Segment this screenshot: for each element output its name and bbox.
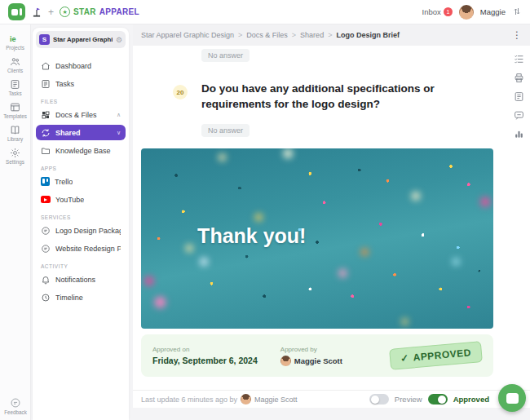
rail-item-projects[interactable]: ie Projects [0,30,31,53]
rail-item-tasks[interactable]: Tasks [0,76,31,99]
index-checklist-icon[interactable] [514,54,524,64]
rail-item-library[interactable]: Library [0,122,31,144]
section-label-activity: ACTIVITY [36,263,126,269]
sidebar-item-label: Website Redesign Package... [55,245,121,253]
feedback-icon [10,397,21,409]
section-label-files: FILES [36,99,126,104]
breadcrumb: Star Apparel Graphic Design > Docs & Fil… [133,24,530,46]
print-icon[interactable] [514,73,524,83]
main-content: Star Apparel Graphic Design > Docs & Fil… [133,24,530,408]
approved-on-block: Approved on Friday, September 6, 2024 [152,346,258,365]
home-icon [41,61,51,71]
right-tool-strip [514,54,524,139]
rail-label: Tasks [8,91,21,96]
clipboard-icon [41,79,51,89]
notes-icon[interactable] [514,91,524,102]
breadcrumb-item[interactable]: Shared [300,31,324,39]
last-update-text: Last update 6 minutes ago by [141,396,237,404]
sidebar-item-timeline[interactable]: Timeline [36,290,126,305]
settings-gear-icon [10,148,20,158]
approved-on-date: Friday, September 6, 2024 [152,356,258,365]
add-workspace-button[interactable]: + [48,7,54,17]
brand-name-first: STAR [73,7,96,16]
brand-name-second: APPAREL [99,7,139,16]
rail-label: Projects [6,45,24,51]
star-icon: ★ [60,7,70,17]
user-avatar[interactable] [459,5,474,20]
project-switcher[interactable]: S Star Apparel Graphic De... ⚙ [36,31,126,48]
rail-label: Clients [7,68,23,73]
answer-pill: No answer [201,124,250,137]
rail-label: Library [7,136,23,142]
project-settings-gear-icon[interactable]: ⚙ [116,36,122,44]
sidebar-item-tasks[interactable]: Tasks [36,76,126,91]
tasks-icon [10,79,20,90]
approval-card: Approved on Friday, September 6, 2024 Ap… [141,334,493,377]
svg-text:ie: ie [10,34,16,42]
question-text: Do you have any additional specification… [201,82,483,113]
sidebar-item-knowledge-base[interactable]: Knowledge Base [36,143,126,158]
sidebar-item-website-package[interactable]: Website Redesign Package... [36,241,126,256]
workspace-logo-icon[interactable] [31,7,42,18]
app-logo-icon[interactable] [8,3,25,20]
document-footer: Last update 6 minutes ago by Maggie Scot… [133,390,530,408]
rail-item-templates[interactable]: Templates [0,99,31,122]
kebab-menu-icon[interactable]: ⋮ [512,30,522,40]
clock-icon [41,293,51,303]
sidebar-item-label: Timeline [55,294,83,302]
breadcrumb-item[interactable]: Docs & Files [246,31,288,39]
approved-by-block: Approved by Maggie Scott [280,346,342,366]
section-label-services: SERVICES [36,214,126,220]
sidebar-item-logo-package[interactable]: Logo Design Package... [36,223,126,238]
poll-chart-icon[interactable] [514,129,524,139]
sidebar-item-trello[interactable]: Trello [36,174,126,189]
chevron-up-icon: ∧ [117,112,121,118]
project-title: Star Apparel Graphic De... [53,36,113,43]
sidebar-item-label: Trello [55,178,73,186]
breadcrumb-separator: > [292,31,296,39]
sidebar-item-youtube[interactable]: YouTube [36,192,126,207]
sidebar-item-label: Dashboard [55,62,91,70]
grid-icon [41,110,51,120]
rail-item-clients[interactable]: Clients [0,53,31,76]
sidebar-item-label: Docs & Files [55,111,97,119]
sidebar-item-label: Knowledge Base [55,147,111,155]
comments-icon[interactable] [514,110,524,121]
chevron-down-icon: ∨ [117,130,121,136]
thank-you-text: Thank you! [197,224,306,248]
rail-item-settings[interactable]: Settings [0,144,31,167]
folder-icon [41,146,51,156]
package-stamp-icon [41,226,51,236]
sidebar-item-docs-files[interactable]: Docs & Files ∧ [36,107,126,122]
clients-icon [10,56,20,67]
approved-on-label: Approved on [152,346,258,353]
approver-name: Maggie Scott [294,356,342,365]
approved-badge-label: APPROVED [413,347,471,363]
feedback-button[interactable]: Feedback [0,397,31,415]
library-icon [10,125,20,135]
breadcrumb-separator: > [328,31,332,39]
left-rail: ie Projects Clients Tasks Templates Libr… [0,24,31,420]
approved-toggle[interactable] [428,394,448,405]
section-label-apps: APPS [36,166,126,171]
workspace-badge[interactable]: ★ STAR APPAREL [60,7,139,17]
question-number-badge: 20 [173,85,188,99]
projects-icon: ie [9,33,21,44]
sidebar-item-notifications[interactable]: Notifications [36,272,126,287]
sidebar-item-label: Tasks [55,80,74,88]
project-sidebar: S Star Apparel Graphic De... ⚙ Dashboard… [33,28,129,420]
sidebar-item-shared[interactable]: Shared ∨ [36,125,126,140]
sidebar-item-dashboard[interactable]: Dashboard [36,58,126,73]
top-bar: + ★ STAR APPAREL Inbox 1 Maggie [0,0,530,24]
approved-toggle-label: Approved [453,395,489,404]
chat-fab-button[interactable] [498,384,526,412]
preview-toggle[interactable] [369,394,389,405]
preview-toggle-label: Preview [395,395,422,404]
switch-account-icon[interactable] [512,5,522,20]
youtube-icon [41,196,51,203]
document-body: No answer 20 Do you have any additional … [133,46,530,390]
approved-status-badge: ✓ APPROVED [389,341,483,370]
breadcrumb-item[interactable]: Star Apparel Graphic Design [141,31,234,39]
updater-name: Maggie Scott [254,396,298,404]
inbox-button[interactable]: Inbox 1 [422,7,453,16]
